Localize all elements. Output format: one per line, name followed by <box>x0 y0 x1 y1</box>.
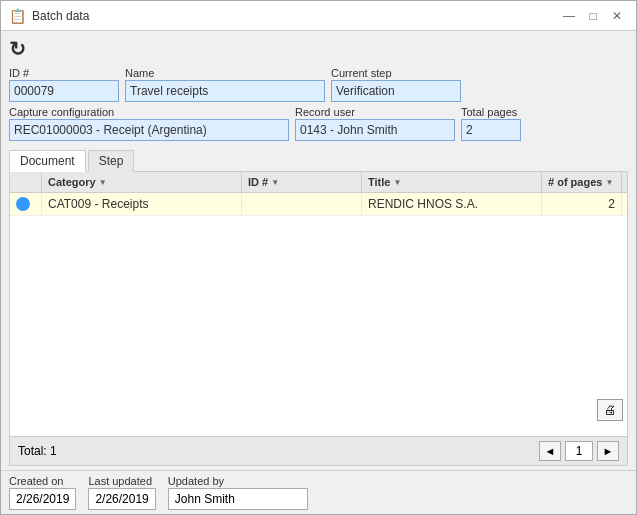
table-footer: Total: 1 ◄ 1 ► <box>10 436 627 465</box>
id-field-group: ID # <box>9 67 119 102</box>
created-on-field: Created on 2/26/2019 <box>9 475 76 510</box>
created-on-value: 2/26/2019 <box>9 488 76 510</box>
id-label: ID # <box>9 67 119 79</box>
last-updated-label: Last updated <box>88 475 155 487</box>
main-window: 📋 Batch data — □ ✕ ↻ ID # Name Current s… <box>0 0 637 515</box>
record-user-label: Record user <box>295 106 455 118</box>
tabs-container: Document Step Category ▼ <box>9 149 628 466</box>
tab-document[interactable]: Document <box>9 150 86 172</box>
row-category: CAT009 - Receipts <box>42 193 242 215</box>
updated-by-value: John Smith <box>168 488 308 510</box>
name-input[interactable] <box>125 80 325 102</box>
updated-by-field: Updated by John Smith <box>168 475 308 510</box>
table-row[interactable]: CAT009 - Receipts RENDIC HNOS S.A. 2 <box>10 193 627 216</box>
th-pages[interactable]: # of pages ▼ <box>542 172 622 192</box>
window-controls: — □ ✕ <box>558 5 628 27</box>
toolbar: ↻ <box>1 31 636 67</box>
current-step-input[interactable] <box>331 80 461 102</box>
capture-config-field-group: Capture configuration <box>9 106 289 141</box>
row-indicator-icon <box>16 197 30 211</box>
th-category[interactable]: Category ▼ <box>42 172 242 192</box>
close-button[interactable]: ✕ <box>606 5 628 27</box>
sort-icon-pages: ▼ <box>605 178 613 187</box>
row-id <box>242 193 362 215</box>
total-pages-field-group: Total pages <box>461 106 521 141</box>
pagination: ◄ 1 ► <box>539 441 619 461</box>
next-page-button[interactable]: ► <box>597 441 619 461</box>
minimize-button[interactable]: — <box>558 5 580 27</box>
total-pages-label: Total pages <box>461 106 521 118</box>
created-on-label: Created on <box>9 475 76 487</box>
window-title: Batch data <box>32 9 89 23</box>
table-body: CAT009 - Receipts RENDIC HNOS S.A. 2 <box>10 193 627 436</box>
record-user-input[interactable] <box>295 119 455 141</box>
status-bar: Created on 2/26/2019 Last updated 2/26/2… <box>1 470 636 514</box>
refresh-button[interactable]: ↻ <box>9 37 26 61</box>
th-title[interactable]: Title ▼ <box>362 172 542 192</box>
current-step-label: Current step <box>331 67 461 79</box>
row-pages: 2 <box>542 193 622 215</box>
sort-icon-category: ▼ <box>99 178 107 187</box>
tab-bar: Document Step <box>9 149 628 172</box>
sort-icon-id: ▼ <box>271 178 279 187</box>
form-row-2: Capture configuration Record user Total … <box>9 106 628 141</box>
id-input[interactable] <box>9 80 119 102</box>
tab-content: Category ▼ ID # ▼ Title ▼ # of pages <box>9 172 628 466</box>
table-header: Category ▼ ID # ▼ Title ▼ # of pages <box>10 172 627 193</box>
sort-icon-title: ▼ <box>393 178 401 187</box>
row-title: RENDIC HNOS S.A. <box>362 193 542 215</box>
maximize-button[interactable]: □ <box>582 5 604 27</box>
th-icon <box>10 172 42 192</box>
current-step-field-group: Current step <box>331 67 461 102</box>
window-icon: 📋 <box>9 8 26 24</box>
tab-step[interactable]: Step <box>88 150 135 172</box>
total-pages-input[interactable] <box>461 119 521 141</box>
prev-page-button[interactable]: ◄ <box>539 441 561 461</box>
current-page: 1 <box>565 441 593 461</box>
capture-config-label: Capture configuration <box>9 106 289 118</box>
data-table: Category ▼ ID # ▼ Title ▼ # of pages <box>10 172 627 465</box>
updated-by-label: Updated by <box>168 475 308 487</box>
title-bar: 📋 Batch data — □ ✕ <box>1 1 636 31</box>
last-updated-field: Last updated 2/26/2019 <box>88 475 155 510</box>
th-id[interactable]: ID # ▼ <box>242 172 362 192</box>
form-row-1: ID # Name Current step <box>9 67 628 102</box>
record-user-field-group: Record user <box>295 106 455 141</box>
row-icon-cell <box>10 193 42 215</box>
total-count: Total: 1 <box>18 444 57 458</box>
name-label: Name <box>125 67 325 79</box>
capture-config-input[interactable] <box>9 119 289 141</box>
scan-icon[interactable]: 🖨 <box>597 399 623 421</box>
last-updated-value: 2/26/2019 <box>88 488 155 510</box>
name-field-group: Name <box>125 67 325 102</box>
main-content: ID # Name Current step Capture configura… <box>1 67 636 470</box>
title-bar-left: 📋 Batch data <box>9 8 89 24</box>
